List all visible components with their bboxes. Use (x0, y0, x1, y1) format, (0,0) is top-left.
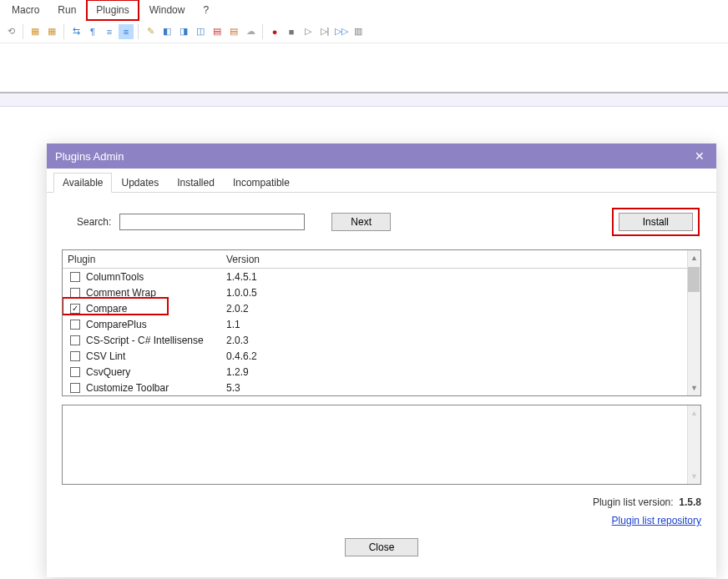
dialog-tabs: Available Updates Installed Incompatible (47, 169, 716, 193)
plugin-list-version: 1.5.8 (679, 496, 701, 508)
toolbar-icon[interactable]: ▦ (28, 24, 43, 39)
grid-rows: ColumnTools 1.4.5.1 Comment Wrap 1.0.0.5… (63, 269, 700, 395)
plugin-grid: Plugin Version ColumnTools 1.4.5.1 Comme… (62, 249, 701, 396)
plugin-checkbox[interactable] (68, 383, 83, 393)
toolbar: ⟲ ▦ ▦ ⇆ ¶ ≡ ≡ ✎ ◧ ◨ ◫ ▤ ▤ ☁ ● ■ ▷ ▷| ▷▷ … (0, 20, 728, 43)
toolbar-icon[interactable]: ◨ (176, 24, 191, 39)
plugin-version: 1.1 (226, 319, 326, 330)
dialog-footer: Plugin list version: 1.5.8 Plugin list r… (62, 496, 701, 556)
menu-plugins[interactable]: Plugins (86, 0, 139, 21)
plugin-row[interactable]: ComparePlus 1.1 (63, 316, 700, 332)
plugin-name: ComparePlus (83, 319, 226, 330)
plugin-row[interactable]: ✓ Compare 2.0.2 (63, 300, 700, 316)
plugin-checkbox[interactable] (68, 272, 83, 282)
search-label: Search: (77, 216, 111, 228)
toolbar-record-icon[interactable]: ● (267, 24, 282, 39)
plugin-row[interactable]: CS-Script - C# Intellisense 2.0.3 (63, 332, 700, 348)
toolbar-step-icon[interactable]: ▷| (317, 24, 332, 39)
toolbar-ff-icon[interactable]: ▷▷ (334, 24, 349, 39)
plugin-name: CSV Lint (83, 350, 226, 362)
install-highlight: Install (612, 208, 700, 236)
plugin-version: 5.3 (226, 382, 326, 394)
plugin-name: Customize Toolbar (83, 382, 226, 394)
plugin-description: ▲ ▼ (62, 405, 701, 485)
toolbar-icon[interactable]: ≡ (102, 24, 117, 39)
plugin-name: Comment Wrap (83, 287, 226, 299)
toolbar-icon[interactable]: ☁ (243, 24, 258, 39)
plugin-version: 1.4.5.1 (226, 271, 326, 283)
toolbar-stop-icon[interactable]: ■ (284, 24, 299, 39)
plugin-row[interactable]: Comment Wrap 1.0.0.5 (63, 284, 700, 300)
scroll-down-icon: ▼ (688, 469, 700, 484)
toolbar-play-icon[interactable]: ▷ (301, 24, 316, 39)
plugin-checkbox[interactable] (68, 288, 83, 298)
plugin-name: ColumnTools (83, 271, 226, 283)
repository-link[interactable]: Plugin list repository (612, 515, 701, 526)
dialog-titlebar: Plugins Admin ✕ (47, 143, 716, 169)
toolbar-icon[interactable]: ◧ (159, 24, 174, 39)
plugin-version: 1.2.9 (226, 366, 326, 378)
scroll-thumb[interactable] (688, 267, 700, 292)
toolbar-icon[interactable]: ▦ (44, 24, 59, 39)
close-button[interactable]: Close (345, 538, 419, 556)
plugin-row[interactable]: CsvQuery 1.2.9 (63, 364, 700, 380)
tab-incompatible[interactable]: Incompatible (224, 173, 299, 193)
scrollbar[interactable]: ▲ ▼ (687, 250, 700, 395)
toolbar-icon[interactable]: ⟲ (3, 24, 18, 39)
dialog-title: Plugins Admin (55, 150, 124, 163)
plugin-row[interactable]: Customize Toolbar 5.3 (63, 380, 700, 395)
grid-header: Plugin Version (63, 250, 700, 269)
scroll-up-icon[interactable]: ▲ (688, 250, 700, 265)
plugin-row[interactable]: ColumnTools 1.4.5.1 (63, 269, 700, 284)
toolbar-save-icon[interactable]: ▥ (351, 24, 366, 39)
plugin-checkbox[interactable] (68, 351, 83, 361)
menu-run[interactable]: Run (49, 1, 84, 19)
controls-row: Search: Next Install (47, 193, 716, 244)
plugin-version: 1.0.0.5 (226, 287, 326, 299)
search-input[interactable] (119, 214, 305, 230)
header-version[interactable]: Version (226, 254, 326, 265)
toolbar-icon[interactable]: ▤ (210, 24, 225, 39)
toolbar-icon[interactable]: ▤ (226, 24, 241, 39)
tab-available[interactable]: Available (53, 173, 112, 193)
plugin-checkbox[interactable]: ✓ (68, 304, 83, 314)
plugins-admin-dialog: Plugins Admin ✕ Available Updates Instal… (47, 143, 716, 577)
menu-macro[interactable]: Macro (3, 1, 48, 19)
plugin-checkbox[interactable] (68, 320, 83, 330)
menubar: Macro Run Plugins Window ? (0, 0, 728, 20)
document-area (0, 43, 728, 93)
toolbar-icon[interactable]: ✎ (143, 24, 158, 39)
plugin-name: CsvQuery (83, 366, 226, 378)
tab-installed[interactable]: Installed (168, 173, 224, 193)
plugin-name: CS-Script - C# Intellisense (83, 335, 226, 346)
tab-updates[interactable]: Updates (112, 173, 168, 193)
plugin-checkbox[interactable] (68, 367, 83, 377)
plugin-version: 2.0.3 (226, 335, 326, 346)
plugin-version: 2.0.2 (226, 303, 326, 315)
plugin-row[interactable]: CSV Lint 0.4.6.2 (63, 348, 700, 364)
scroll-down-icon[interactable]: ▼ (688, 380, 700, 395)
plugin-list-version-label: Plugin list version: (593, 496, 674, 508)
menu-help[interactable]: ? (195, 1, 217, 19)
menu-window[interactable]: Window (141, 1, 194, 19)
toolbar-icon[interactable]: ≡ (119, 24, 134, 39)
next-button[interactable]: Next (331, 213, 391, 231)
install-button[interactable]: Install (619, 213, 693, 231)
plugin-version: 0.4.6.2 (226, 350, 326, 362)
scroll-up-icon: ▲ (688, 405, 700, 420)
plugin-name: Compare (83, 303, 226, 315)
tab-strip-area (0, 93, 728, 107)
toolbar-icon[interactable]: ◫ (193, 24, 208, 39)
scrollbar[interactable]: ▲ ▼ (687, 405, 700, 484)
toolbar-icon[interactable]: ¶ (85, 24, 100, 39)
plugin-checkbox[interactable] (68, 335, 83, 345)
dialog-close-button[interactable]: ✕ (691, 148, 708, 164)
header-plugin[interactable]: Plugin (63, 254, 226, 265)
toolbar-icon[interactable]: ⇆ (68, 24, 83, 39)
